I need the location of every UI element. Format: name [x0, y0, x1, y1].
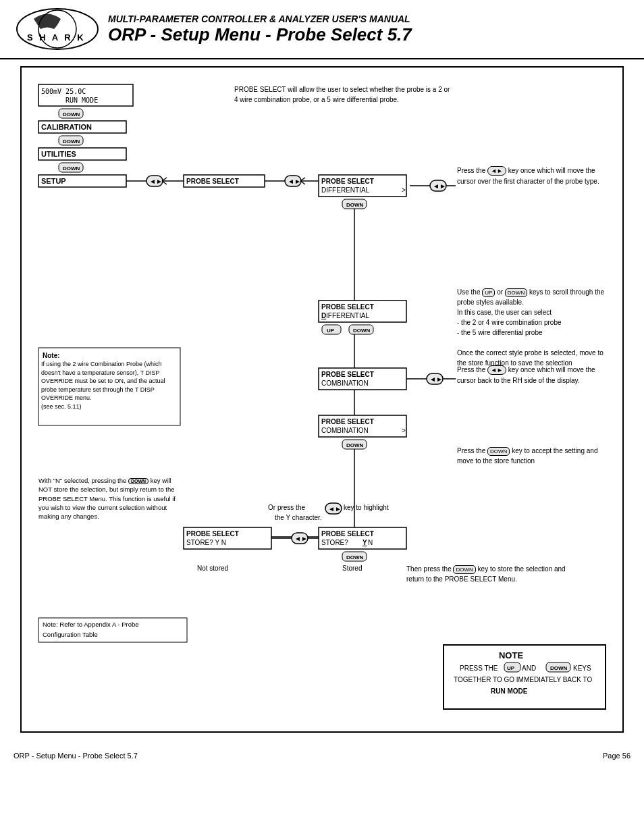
svg-text:DOWN: DOWN: [346, 442, 364, 448]
svg-text:DOWN: DOWN: [63, 138, 80, 145]
svg-text:Note: Refer to Appendix A - Pr: Note: Refer to Appendix A - Probe: [43, 621, 139, 628]
logo: S H A R K: [14, 5, 101, 53]
svg-text:Configuration Table: Configuration Table: [43, 631, 98, 638]
header-text: MULTI-PARAMETER CONTROLLER & ANALYZER US…: [101, 14, 630, 45]
svg-text:PROBE SELECT: PROBE SELECT: [321, 178, 374, 185]
svg-text:NOTE: NOTE: [499, 650, 523, 660]
svg-text:AND: AND: [522, 664, 536, 672]
svg-text:STORE?: STORE?: [321, 539, 348, 546]
svg-text:CALIBRATION: CALIBRATION: [41, 123, 92, 131]
svg-text:SETUP: SETUP: [41, 177, 66, 185]
svg-text:PRESS THE: PRESS THE: [460, 664, 498, 672]
svg-text:>: >: [402, 186, 406, 194]
svg-text:DOWN: DOWN: [63, 165, 80, 172]
page-header: S H A R K MULTI-PARAMETER CONTROLLER & A…: [0, 0, 644, 59]
footer-left: ORP - Setup Menu - Probe Select 5.7: [14, 752, 138, 760]
svg-text:Stored: Stored: [342, 565, 362, 572]
svg-text:UP: UP: [507, 665, 515, 671]
svg-text:DOWN: DOWN: [346, 202, 364, 208]
svg-text:RUN MODE: RUN MODE: [491, 687, 528, 695]
header-subtitle: ORP - Setup Menu - Probe Select 5.7: [108, 24, 630, 45]
svg-text:◄►: ◄►: [149, 178, 163, 185]
footer-right: Page 56: [603, 752, 630, 760]
flow-diagram: 500mV 25.0C RUN MODE DOWN CALIBRATION DO…: [32, 78, 619, 719]
svg-text:PROBE SELECT: PROBE SELECT: [321, 418, 374, 425]
svg-text:Note:: Note:: [43, 352, 60, 359]
svg-text:PROBE SELECT: PROBE SELECT: [186, 178, 239, 185]
svg-text:the Y character.: the Y character.: [275, 514, 322, 521]
svg-text:COMBINATION: COMBINATION: [321, 427, 369, 434]
diagram-box: 500mV 25.0C RUN MODE DOWN CALIBRATION DO…: [20, 66, 624, 733]
svg-text:STORE?         Y  N: STORE? Y N: [186, 539, 226, 546]
svg-text:PROBE SELECT: PROBE SELECT: [321, 303, 374, 311]
svg-text:◄►: ◄►: [288, 178, 301, 185]
svg-text:RUN MODE: RUN MODE: [65, 97, 98, 104]
svg-text:>: >: [402, 427, 406, 434]
svg-text:DOWN: DOWN: [550, 665, 568, 671]
svg-text:S H A R K: S H A R K: [27, 32, 86, 43]
svg-text:PROBE SELECT: PROBE SELECT: [186, 530, 239, 538]
svg-text:◄►: ◄►: [429, 375, 443, 383]
svg-text:PROBE SELECT: PROBE SELECT: [321, 371, 374, 378]
page-footer: ORP - Setup Menu - Probe Select 5.7 Page…: [0, 746, 644, 765]
svg-text:COMBINATION: COMBINATION: [321, 380, 369, 387]
svg-text:DOWN: DOWN: [346, 554, 364, 561]
header-title: MULTI-PARAMETER CONTROLLER & ANALYZER US…: [108, 14, 630, 24]
svg-text:◄►: ◄►: [294, 535, 308, 542]
svg-text:KEYS: KEYS: [573, 664, 591, 672]
svg-text:N: N: [368, 539, 373, 546]
svg-text:Or press the: Or press the: [268, 504, 305, 511]
svg-text:UTILITIES: UTILITIES: [41, 150, 76, 158]
svg-text:◄►: ◄►: [433, 182, 446, 190]
svg-text:DIFFERENTIAL: DIFFERENTIAL: [321, 186, 370, 194]
svg-text:IFFERENTIAL: IFFERENTIAL: [326, 312, 369, 319]
svg-text:Not stored: Not stored: [197, 565, 228, 572]
svg-text:DOWN: DOWN: [63, 111, 80, 118]
svg-point-0: [17, 9, 98, 49]
svg-text:DOWN: DOWN: [353, 328, 371, 334]
main-content: 500mV 25.0C RUN MODE DOWN CALIBRATION DO…: [0, 59, 644, 739]
svg-text:◄►: ◄►: [328, 505, 342, 513]
svg-text:500mV  25.0C: 500mV 25.0C: [41, 88, 86, 95]
svg-text:TOGETHER TO GO IMMEDIATELY BAC: TOGETHER TO GO IMMEDIATELY BACK TO: [454, 676, 592, 683]
svg-text:key to highlight: key to highlight: [344, 504, 389, 511]
svg-text:UP: UP: [327, 328, 335, 334]
svg-text:Y: Y: [363, 539, 367, 546]
svg-text:PROBE SELECT: PROBE SELECT: [321, 530, 374, 538]
